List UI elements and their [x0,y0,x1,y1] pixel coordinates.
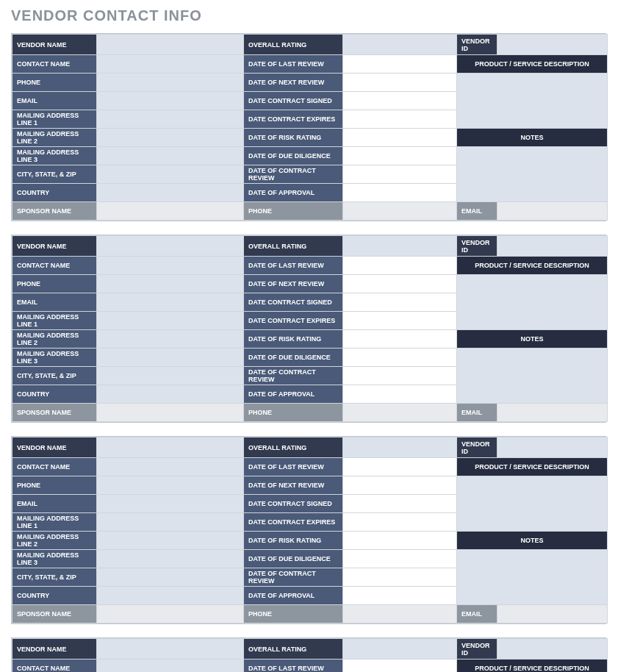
date-contract-expires-label: DATE CONTRACT EXPIRES [244,110,343,129]
date-last-review-input[interactable] [343,257,457,275]
sponsor-name-input[interactable] [97,605,244,623]
vendor-id-input[interactable] [497,35,608,55]
phone-label: PHONE [12,74,97,92]
date-contract-signed-input[interactable] [343,293,457,312]
contact-name-label: CONTACT NAME [12,660,97,673]
mailing1-label: MAILING ADDRESS LINE 1 [12,110,97,129]
date-contract-expires-label: DATE CONTRACT EXPIRES [244,513,343,532]
sponsor-email-label: EMAIL [457,202,497,221]
date-next-review-input[interactable] [343,275,457,293]
date-contract-review-input[interactable] [343,165,457,184]
email-input[interactable] [97,92,244,110]
mailing1-input[interactable] [97,513,244,532]
overall-rating-input[interactable] [343,35,457,55]
email-input[interactable] [97,293,244,312]
sponsor-name-input[interactable] [97,404,244,422]
city-state-zip-input[interactable] [97,165,244,184]
mailing3-input[interactable] [97,147,244,165]
phone-input[interactable] [97,74,244,92]
date-contract-expires-input[interactable] [343,110,457,129]
vendor-name-label: VENDOR NAME [12,639,97,660]
date-last-review-input[interactable] [343,660,457,673]
city-state-zip-input[interactable] [97,367,244,385]
date-due-diligence-input[interactable] [343,550,457,568]
mailing1-input[interactable] [97,312,244,330]
date-risk-rating-input[interactable] [343,532,457,550]
mailing2-input[interactable] [97,330,244,348]
notes-input[interactable] [457,147,608,202]
date-risk-rating-input[interactable] [343,129,457,147]
vendor-id-input[interactable] [497,236,608,257]
sponsor-email-input[interactable] [497,404,608,422]
vendor-id-label: VENDOR ID [457,35,497,55]
overall-rating-input[interactable] [343,236,457,257]
date-next-review-input[interactable] [343,476,457,495]
country-input[interactable] [97,587,244,605]
vendor-id-label: VENDOR ID [457,236,497,257]
sponsor-name-input[interactable] [97,202,244,221]
notes-input[interactable] [457,348,608,404]
vendor-id-input[interactable] [497,639,608,660]
contact-name-input[interactable] [97,55,244,74]
date-contract-review-label: DATE OF CONTRACT REVIEW [244,568,343,587]
date-contract-expires-input[interactable] [343,312,457,330]
date-contract-signed-input[interactable] [343,92,457,110]
vendor-name-input[interactable] [97,437,244,458]
date-approval-input[interactable] [343,385,457,404]
product-service-desc-input[interactable] [457,275,608,330]
date-last-review-input[interactable] [343,55,457,74]
vendor-id-label: VENDOR ID [457,639,497,660]
contact-name-input[interactable] [97,257,244,275]
date-risk-rating-input[interactable] [343,330,457,348]
mailing2-input[interactable] [97,532,244,550]
vendor-name-input[interactable] [97,639,244,660]
date-next-review-input[interactable] [343,74,457,92]
date-last-review-input[interactable] [343,458,457,476]
notes-input[interactable] [457,550,608,605]
date-approval-input[interactable] [343,587,457,605]
date-approval-label: DATE OF APPROVAL [244,385,343,404]
mailing2-input[interactable] [97,129,244,147]
country-input[interactable] [97,385,244,404]
vendor-name-input[interactable] [97,35,244,55]
country-input[interactable] [97,184,244,202]
phone-input[interactable] [97,476,244,495]
vendor-name-input[interactable] [97,236,244,257]
vendor-id-input[interactable] [497,437,608,458]
overall-rating-label: OVERALL RATING [244,437,343,458]
mailing1-label: MAILING ADDRESS LINE 1 [12,513,97,532]
mailing3-input[interactable] [97,348,244,367]
date-approval-input[interactable] [343,184,457,202]
product-service-desc-input[interactable] [457,476,608,532]
date-due-diligence-input[interactable] [343,348,457,367]
date-contract-review-input[interactable] [343,367,457,385]
date-next-review-label: DATE OF NEXT REVIEW [244,476,343,495]
date-contract-signed-input[interactable] [343,495,457,513]
sponsor-name-label: SPONSOR NAME [12,404,97,422]
city-state-zip-input[interactable] [97,568,244,587]
date-contract-expires-input[interactable] [343,513,457,532]
sponsor-email-input[interactable] [497,605,608,623]
product-service-desc-input[interactable] [457,74,608,129]
date-due-diligence-input[interactable] [343,147,457,165]
date-last-review-label: DATE OF LAST REVIEW [244,458,343,476]
notes-label: NOTES [457,330,608,348]
mailing1-input[interactable] [97,110,244,129]
sponsor-phone-input[interactable] [343,404,457,422]
city-state-zip-label: CITY, STATE, & ZIP [12,367,97,385]
date-contract-review-input[interactable] [343,568,457,587]
email-input[interactable] [97,495,244,513]
overall-rating-input[interactable] [343,437,457,458]
phone-label: PHONE [12,476,97,495]
sponsor-phone-input[interactable] [343,202,457,221]
contact-name-input[interactable] [97,458,244,476]
sponsor-phone-input[interactable] [343,605,457,623]
contact-name-input[interactable] [97,660,244,673]
mailing3-input[interactable] [97,550,244,568]
email-label: EMAIL [12,92,97,110]
city-state-zip-label: CITY, STATE, & ZIP [12,568,97,587]
overall-rating-input[interactable] [343,639,457,660]
date-next-review-label: DATE OF NEXT REVIEW [244,74,343,92]
phone-input[interactable] [97,275,244,293]
sponsor-email-input[interactable] [497,202,608,221]
